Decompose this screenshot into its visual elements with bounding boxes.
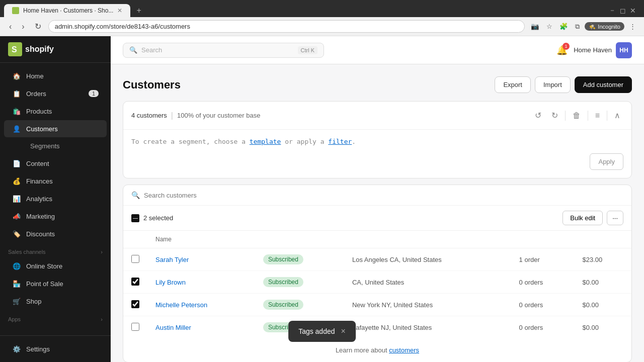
row-customer-name[interactable]: Michelle Peterson <box>147 294 255 316</box>
apps-label: Apps <box>8 316 21 322</box>
store-name: Home Haven <box>574 46 612 54</box>
sidebar-item-orders[interactable]: 📋 Orders 1 <box>4 85 107 102</box>
tab-switcher-icon[interactable]: ⧉ <box>573 21 582 33</box>
page: Customers Export Import Add customer 4 c… <box>111 64 644 362</box>
apply-button[interactable]: Apply <box>590 153 623 170</box>
sidebar-item-products[interactable]: 🛍️ Products <box>4 103 107 120</box>
sidebar-item-marketing-label: Marketing <box>26 213 55 220</box>
segment-hint: To create a segment, choose a template o… <box>131 138 623 145</box>
bulk-edit-button[interactable]: Bulk edit <box>562 211 603 225</box>
more-actions-button[interactable]: ··· <box>607 211 623 225</box>
sidebar-item-discounts-label: Discounts <box>26 230 55 238</box>
row-location: New York NY, United States <box>344 294 511 316</box>
sidebar-item-shop-label: Shop <box>26 298 41 305</box>
sidebar-item-marketing[interactable]: 📣 Marketing <box>4 208 107 225</box>
segment-filter-icon[interactable]: ≡ <box>592 109 603 122</box>
th-orders <box>511 231 575 248</box>
sidebar-item-discounts[interactable]: 🏷️ Discounts <box>4 225 107 242</box>
table-search: 🔍 <box>123 185 631 206</box>
store-switcher[interactable]: Home Haven HH <box>574 42 632 58</box>
sidebar-item-shop[interactable]: 🛒 Shop <box>4 293 107 310</box>
page-header: Customers Export Import Add customer <box>123 76 632 93</box>
sidebar-item-content[interactable]: 📄 Content <box>4 155 107 172</box>
sidebar-sub-customers: Segments <box>0 138 111 154</box>
tab-close-icon[interactable]: ✕ <box>117 7 122 14</box>
new-tab-button[interactable]: + <box>132 4 145 17</box>
search-bar[interactable]: 🔍 Search Ctrl K <box>123 43 324 58</box>
sidebar-item-online-store-label: Online Store <box>26 262 62 270</box>
row-amount: $0.00 <box>575 271 631 294</box>
table-row: Michelle PetersonSubscribedNew York NY, … <box>123 294 631 316</box>
row-orders: 0 orders <box>511 271 575 294</box>
browser-back-button[interactable]: ‹ <box>6 21 15 32</box>
row-checkbox-1[interactable] <box>131 278 139 286</box>
notification-badge: 1 <box>562 43 570 50</box>
notification-bell[interactable]: 🔔 1 <box>556 45 568 56</box>
sidebar-item-settings[interactable]: ⚙️ Settings <box>4 340 107 357</box>
th-name: Name <box>147 231 255 248</box>
address-bar[interactable] <box>48 20 525 33</box>
row-orders: 0 orders <box>511 316 575 339</box>
toast-message: Tags added <box>298 327 335 335</box>
finances-icon: 💰 <box>12 176 21 186</box>
app-container: S shopify 🏠 Home 📋 Orders 1 🛍️ Products … <box>0 36 644 362</box>
footer-customers-link[interactable]: customers <box>389 346 419 354</box>
row-customer-name[interactable]: Lily Brown <box>147 271 255 294</box>
row-checkbox-3[interactable] <box>131 323 139 331</box>
bookmark-icon[interactable]: ☆ <box>544 21 554 32</box>
sales-channels-expand-icon[interactable]: › <box>101 249 103 255</box>
customer-percent: 100% of your customer base <box>177 112 260 119</box>
sidebar-item-customers[interactable]: 👤 Customers <box>4 120 107 137</box>
table-card: 🔍 2 selected Bulk edit ··· Name <box>123 185 632 362</box>
segment-redo-icon[interactable]: ↻ <box>548 109 561 122</box>
browser-menu-icon[interactable]: ⋮ <box>627 21 638 32</box>
row-customer-name[interactable]: Austin Miller <box>147 316 255 339</box>
template-link[interactable]: template <box>250 138 281 145</box>
active-tab[interactable]: Home Haven · Customers · Sho... ✕ <box>4 4 130 17</box>
select-all-checkbox[interactable] <box>131 214 139 222</box>
segment-header-actions: ↺ ↻ 🗑 ≡ ∧ <box>532 109 623 122</box>
shopify-logo-icon: S <box>8 42 22 56</box>
sidebar-item-finances[interactable]: 💰 Finances <box>4 172 107 190</box>
sidebar-item-home[interactable]: 🏠 Home <box>4 67 107 84</box>
camera-icon[interactable]: 📷 <box>529 21 541 32</box>
segment-collapse-icon[interactable]: ∧ <box>611 109 623 122</box>
toast-close-button[interactable]: × <box>341 327 346 336</box>
row-amount: $23.00 <box>575 248 631 271</box>
filter-link[interactable]: filter <box>328 138 352 145</box>
segment-trash-icon[interactable]: 🗑 <box>570 109 584 122</box>
browser-refresh-button[interactable]: ↻ <box>32 21 44 32</box>
row-amount: $0.00 <box>575 294 631 316</box>
browser-forward-button[interactable]: › <box>19 21 27 32</box>
extensions-icon[interactable]: 🧩 <box>557 21 570 32</box>
row-location: Lafayette NJ, United States <box>344 316 511 339</box>
browser-close-button[interactable]: ✕ <box>630 7 636 15</box>
row-checkbox-2[interactable] <box>131 300 139 308</box>
main-content: 🔍 Search Ctrl K 🔔 1 Home Haven HH Custom… <box>111 36 644 362</box>
browser-maximize-button[interactable]: ◻ <box>620 7 626 15</box>
sidebar-item-customers-label: Customers <box>26 125 58 133</box>
add-customer-button[interactable]: Add customer <box>575 76 632 93</box>
sidebar-item-point-of-sale[interactable]: 🏪 Point of Sale <box>4 275 107 292</box>
row-checkbox-0[interactable] <box>131 255 139 263</box>
sidebar-item-analytics[interactable]: 📊 Analytics <box>4 190 107 207</box>
tab-title: Home Haven · Customers · Sho... <box>23 7 113 14</box>
segment-card-body: To create a segment, choose a template o… <box>123 130 631 178</box>
segment-refresh-icon[interactable]: ↺ <box>532 109 544 122</box>
browser-minimize-button[interactable]: － <box>609 6 616 15</box>
table-body: Sarah TylerSubscribedLos Angeles CA, Uni… <box>123 248 631 339</box>
search-customers-input[interactable] <box>144 192 623 199</box>
orders-icon: 📋 <box>12 89 21 98</box>
row-customer-name[interactable]: Sarah Tyler <box>147 248 255 271</box>
shopify-logo[interactable]: S shopify <box>8 42 54 56</box>
segment-separator-3 <box>607 111 607 121</box>
table-toolbar: 2 selected Bulk edit ··· <box>123 206 631 231</box>
export-button[interactable]: Export <box>495 76 531 93</box>
import-button[interactable]: Import <box>535 76 571 93</box>
segment-card-header: 4 customers | 100% of your customer base… <box>123 102 631 130</box>
th-location <box>344 231 511 248</box>
sidebar-item-segments[interactable]: Segments <box>26 140 107 152</box>
row-subscription: Subscribed <box>255 294 344 316</box>
sidebar-item-online-store[interactable]: 🌐 Online Store <box>4 257 107 275</box>
apps-expand-icon[interactable]: › <box>101 316 103 322</box>
